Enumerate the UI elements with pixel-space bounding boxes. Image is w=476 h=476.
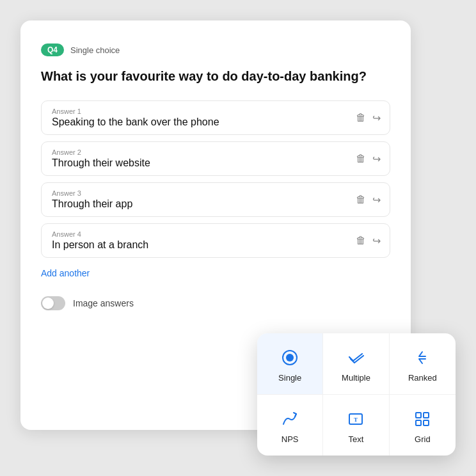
popup-cell-grid-label: Grid — [415, 434, 431, 444]
answer-type-popup: Single Multiple — [257, 333, 456, 456]
image-answers-row: Image answers — [41, 296, 390, 310]
delete-icon-4[interactable]: 🗑 — [356, 235, 366, 246]
popup-cell-text-label: Text — [349, 434, 364, 444]
answer-value-3: Through their app — [52, 198, 132, 210]
nps-icon — [280, 409, 300, 429]
popup-cell-text[interactable]: T Text — [323, 395, 389, 456]
svg-point-1 — [286, 354, 294, 361]
question-id-badge: Q4 — [41, 44, 64, 56]
popup-cell-ranked-label: Ranked — [408, 373, 437, 383]
answer-item-4: Answer 4 In person at a branch 🗑 ↪ — [41, 223, 390, 258]
answer-item-2: Answer 2 Through their website 🗑 ↪ — [41, 141, 390, 176]
text-box-icon: T — [345, 409, 366, 429]
popup-grid: Single Multiple — [257, 333, 456, 456]
link-icon-2[interactable]: ↪ — [372, 153, 381, 165]
popup-cell-grid[interactable]: Grid — [390, 395, 456, 456]
popup-cell-single[interactable]: Single — [257, 333, 323, 395]
add-another-button[interactable]: Add another — [41, 268, 90, 278]
svg-rect-5 — [424, 413, 429, 418]
answer-label-2: Answer 2 — [52, 148, 150, 156]
grid-icon — [412, 409, 432, 429]
ranked-icon — [412, 347, 432, 368]
popup-cell-multiple-label: Multiple — [342, 373, 370, 383]
answer-value-4: In person at a branch — [52, 239, 148, 251]
svg-text:T: T — [354, 416, 358, 423]
link-icon-3[interactable]: ↪ — [372, 194, 381, 206]
answer-item-3: Answer 3 Through their app 🗑 ↪ — [41, 182, 390, 217]
image-answers-toggle[interactable] — [41, 296, 65, 310]
image-answers-label: Image answers — [73, 298, 134, 308]
link-icon-1[interactable]: ↪ — [372, 112, 381, 124]
svg-rect-7 — [424, 420, 429, 425]
link-icon-4[interactable]: ↪ — [372, 235, 381, 247]
answer-value-2: Through their website — [52, 157, 150, 169]
answers-list: Answer 1 Speaking to the bank over the p… — [41, 100, 390, 258]
svg-rect-6 — [416, 420, 421, 425]
answer-label-1: Answer 1 — [52, 107, 219, 115]
delete-icon-2[interactable]: 🗑 — [356, 153, 366, 164]
answer-item-1: Answer 1 Speaking to the bank over the p… — [41, 100, 390, 135]
multiple-check-icon — [345, 347, 366, 368]
popup-cell-nps-label: NPS — [282, 434, 299, 444]
badge-row: Q4 Single choice — [41, 44, 390, 56]
answer-label-3: Answer 3 — [52, 189, 132, 197]
popup-cell-nps[interactable]: NPS — [257, 395, 323, 456]
answer-value-1: Speaking to the bank over the phone — [52, 116, 219, 128]
question-type-label: Single choice — [70, 45, 120, 55]
delete-icon-1[interactable]: 🗑 — [356, 112, 366, 123]
popup-cell-multiple[interactable]: Multiple — [323, 333, 389, 395]
radio-icon — [280, 347, 300, 368]
svg-rect-4 — [416, 413, 421, 418]
popup-cell-single-label: Single — [278, 373, 301, 383]
delete-icon-3[interactable]: 🗑 — [356, 194, 366, 205]
popup-cell-ranked[interactable]: Ranked — [390, 333, 456, 395]
toggle-thumb — [42, 298, 54, 309]
answer-label-4: Answer 4 — [52, 230, 148, 238]
question-text: What is your favourite way to do day-to-… — [41, 68, 390, 85]
